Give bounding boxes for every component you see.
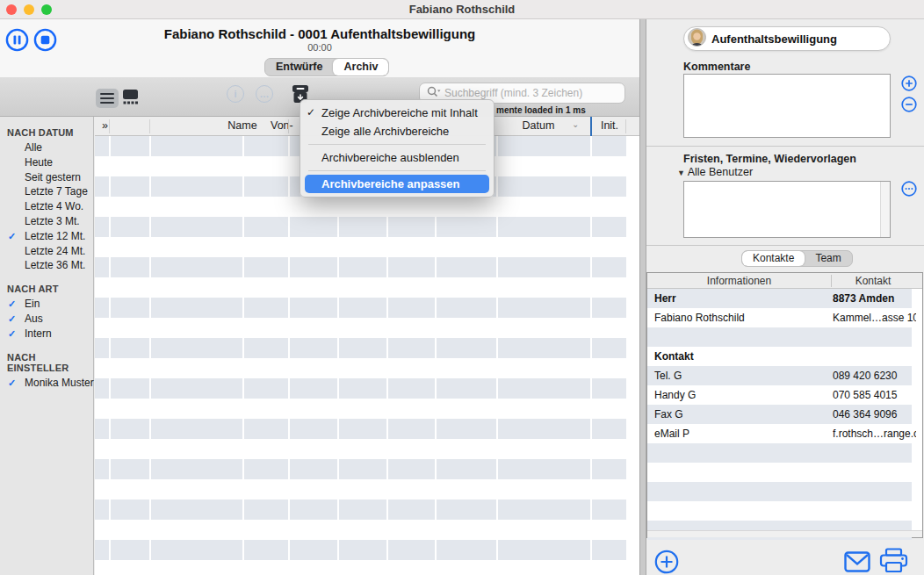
check-icon: ✓ xyxy=(8,229,16,244)
column-header-kontakt[interactable]: Kontakt xyxy=(833,275,913,287)
filter-aus[interactable]: ✓Aus xyxy=(0,312,93,327)
filter-ein[interactable]: ✓Ein xyxy=(0,297,93,312)
search-input[interactable] xyxy=(444,87,617,99)
fristen-user-filter[interactable]: ▼ Alle Benutzer xyxy=(677,166,753,178)
menu-item-zeige-alle[interactable]: Zeige alle Archivbereiche xyxy=(300,122,494,140)
filter-heute[interactable]: Heute xyxy=(0,155,93,170)
record-title: Fabiano Rothschild - 0001 Aufenthaltsbew… xyxy=(0,26,639,41)
panel-splitter[interactable] xyxy=(639,19,646,575)
menu-separator xyxy=(308,144,486,145)
menu-item-ausblenden[interactable]: Archivbereiche ausblenden xyxy=(300,148,494,167)
tab-archiv[interactable]: Archiv xyxy=(333,59,388,75)
filter-letzte-4-wo[interactable]: Letzte 4 Wo. xyxy=(0,199,93,214)
load-status-text: mente loaded in 1 ms xyxy=(496,105,586,115)
column-header-datum[interactable]: Datum xyxy=(499,119,578,132)
info-icon[interactable]: i xyxy=(227,85,244,103)
minimize-window-button[interactable] xyxy=(24,4,34,15)
fristen-label: Fristen, Termine, Wiedervorlagen xyxy=(683,153,856,165)
kommentare-label: Kommentare xyxy=(683,61,750,73)
filter-alle[interactable]: Alle xyxy=(0,140,93,155)
contact-row[interactable]: Fabiano Rothschild Kammel…asse 10 xyxy=(647,308,912,327)
menu-separator xyxy=(308,170,486,171)
filter-seit-gestern[interactable]: Seit gestern xyxy=(0,170,93,185)
check-icon: ✓ xyxy=(8,327,16,341)
print-icon[interactable] xyxy=(879,548,908,575)
column-header-init[interactable]: Init. xyxy=(594,119,625,132)
filter-sidebar: NACH DATUM Alle Heute Seit gestern Letzt… xyxy=(0,117,94,575)
filter-intern[interactable]: ✓Intern xyxy=(0,327,93,341)
contact-rows-empty xyxy=(647,443,912,540)
timer-value: 00:00 xyxy=(0,42,639,53)
titlebar: Fabiano Rothschild xyxy=(0,0,924,19)
filter-letzte-24-mt[interactable]: Letzte 24 Mt. xyxy=(0,244,93,259)
draft-archive-tabs: Entwürfe Archiv xyxy=(264,58,389,76)
document-rows-empty xyxy=(95,136,626,575)
add-comment-button[interactable] xyxy=(901,75,917,94)
check-icon: ✓ xyxy=(8,376,16,391)
disclosure-triangle-icon: ▼ xyxy=(677,169,685,177)
contact-row[interactable]: Handy G 070 585 4015 xyxy=(647,385,912,405)
check-icon: ✓ xyxy=(8,297,16,312)
tab-team[interactable]: Team xyxy=(805,251,851,266)
filter-group-title: NACH ART xyxy=(0,284,93,294)
card-view-icon[interactable] xyxy=(122,87,140,110)
zoom-window-button[interactable] xyxy=(41,4,52,15)
contact-row[interactable]: Tel. G 089 420 6230 xyxy=(647,366,912,385)
column-header-von[interactable]: Von- xyxy=(271,119,293,132)
column-header-informationen[interactable]: Informationen xyxy=(647,275,831,287)
contact-row[interactable]: Kontakt xyxy=(647,347,912,366)
filter-letzte-12-mt[interactable]: ✓Letzte 12 Mt. xyxy=(0,229,93,244)
tab-entwuerfe[interactable]: Entwürfe xyxy=(265,59,333,75)
check-icon: ✓ xyxy=(307,104,315,122)
filter-group-title: NACH EINSTELLER xyxy=(0,352,93,373)
close-window-button[interactable] xyxy=(6,4,17,15)
filter-group-title: NACH DATUM xyxy=(0,127,93,138)
contact-row[interactable]: Fax G 046 364 9096 xyxy=(647,405,912,424)
check-icon: ✓ xyxy=(8,312,16,327)
column-header-expand[interactable]: » xyxy=(102,119,108,132)
tab-kontakte[interactable]: Kontakte xyxy=(742,251,805,266)
column-header-name[interactable]: Name xyxy=(206,119,279,132)
app-window: Fabiano Rothschild Fabiano Rothschild - … xyxy=(0,0,924,575)
filter-letzte-3-mt[interactable]: Letzte 3 Mt. xyxy=(0,214,93,229)
contact-team-tabs: Kontakte Team xyxy=(741,250,853,267)
contact-row[interactable]: eMail P f.rothsch…range.c xyxy=(647,424,912,443)
contact-table: Informationen Kontakt Herr 8873 Amden Fa… xyxy=(646,272,923,538)
kommentare-box[interactable] xyxy=(683,74,891,138)
add-contact-button[interactable] xyxy=(654,550,679,575)
window-title: Fabiano Rothschild xyxy=(0,0,924,18)
list-view-icon[interactable] xyxy=(96,89,119,108)
record-pill-label: Aufenthaltsbewilligung xyxy=(711,32,837,46)
filter-monika-muster[interactable]: ✓Monika Muster xyxy=(0,376,93,391)
email-icon[interactable] xyxy=(844,551,870,575)
contact-row[interactable] xyxy=(647,327,912,347)
record-pill[interactable]: Aufenthaltsbewilligung xyxy=(683,26,891,51)
remove-comment-button[interactable] xyxy=(901,97,917,115)
menu-item-anpassen[interactable]: Archivbereiche anpassen xyxy=(305,175,489,193)
filter-letzte-36-mt[interactable]: Letzte 36 Mt. xyxy=(0,258,93,273)
contact-table-header: Informationen Kontakt xyxy=(647,273,922,289)
filter-letzte-7-tage[interactable]: Letzte 7 Tage xyxy=(0,184,93,199)
contact-row[interactable]: Herr 8873 Amden xyxy=(647,289,912,308)
sort-chevron-icon[interactable]: ⌄ xyxy=(572,119,579,129)
fristen-box[interactable] xyxy=(683,181,891,238)
scrollbar-track[interactable] xyxy=(647,530,922,537)
detail-panel: Aufenthaltsbewilligung Kommentare Friste… xyxy=(646,19,924,575)
fristen-more-button[interactable] xyxy=(901,181,917,199)
scrollbar-track[interactable] xyxy=(880,182,890,237)
more-options-icon[interactable]: … xyxy=(256,85,273,103)
menu-item-zeige-mit-inhalt[interactable]: ✓ Zeige Archivbereiche mit Inhalt xyxy=(300,104,494,122)
archive-areas-menu: ✓ Zeige Archivbereiche mit Inhalt Zeige … xyxy=(300,99,494,198)
document-table[interactable] xyxy=(95,136,639,575)
avatar xyxy=(688,28,706,49)
